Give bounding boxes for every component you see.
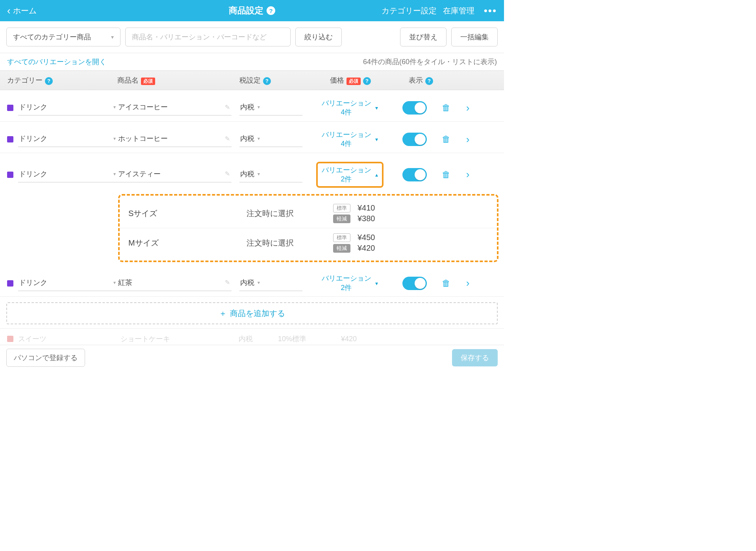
subheader: すべてのバリエーションを開く 64件の商品(60件をタイル・リストに表示) [0,53,504,70]
detail-button[interactable] [460,102,476,114]
display-toggle[interactable] [402,101,427,115]
variation-name: Mサイズ [128,238,246,248]
product-rows: ドリンク ▾ アイスコーヒー ✎ 内税 ▾ バリエーション4件 ▾ [0,90,504,349]
chevron-left-icon: ‹ [7,6,11,16]
chevron-down-icon: ▾ [113,280,116,285]
category-filter-select[interactable]: すべてのカテゴリー商品 ▾ [6,28,120,46]
pc-register-button[interactable]: パソコンで登録する [6,349,85,367]
table-row: ドリンク▾ ホットコーヒー✎ 内税▾ バリエーション4件 ▾ [0,122,504,153]
tax-standard-tag: 標準 [333,204,350,213]
category-color-swatch [7,280,13,287]
category-select[interactable]: ドリンク▾ [18,131,117,147]
more-menu-icon[interactable]: ••• [484,5,497,17]
product-name-input[interactable]: アイスティー✎ [117,167,232,183]
delete-button[interactable] [432,103,460,113]
table-row: ドリンク▾ 紅茶✎ 内税▾ バリエーション2件 ▾ [0,265,504,297]
display-toggle[interactable] [402,133,427,146]
category-select[interactable]: ドリンク▾ [18,276,117,291]
variation-toggle[interactable]: バリエーション4件 ▾ [322,99,378,117]
tax-select[interactable]: 内税▾ [239,167,302,183]
category-color-swatch [7,105,13,111]
tax-select[interactable]: 内税▾ [239,131,302,147]
trash-icon [442,170,450,180]
detail-button[interactable] [460,277,476,289]
chevron-right-icon [466,102,470,114]
required-badge: 必須 [346,78,361,85]
product-name-input[interactable]: アイスコーヒー ✎ [117,100,232,116]
search-input[interactable]: 商品名・バリエーション・バーコードなど [125,28,291,46]
variation-row: Sサイズ 注文時に選択 標準 ¥410 軽減 ¥380 [120,199,497,228]
table-row: ドリンク▾ アイスティー✎ 内税▾ バリエーション2件 ▴ [0,153,504,192]
tax-select[interactable]: 内税 ▾ [239,100,302,116]
add-product-button[interactable]: ＋ 商品を追加する [6,302,498,324]
detail-button[interactable] [460,168,476,181]
category-color-swatch [7,336,13,342]
variation-select-text: 注文時に選択 [246,208,333,219]
help-icon[interactable]: ? [45,77,53,85]
variation-select-text: 注文時に選択 [246,238,333,248]
back-label: ホーム [13,6,37,16]
chevron-down-icon: ▾ [375,280,378,287]
chevron-down-icon: ▾ [258,104,260,110]
chevron-down-icon: ▾ [258,171,260,177]
save-button[interactable]: 保存する [452,349,498,366]
help-icon[interactable]: ? [263,77,271,85]
col-category: カテゴリー? [7,76,117,85]
chevron-down-icon: ▾ [258,136,260,141]
tax-standard-tag: 標準 [333,233,350,242]
stock-management-link[interactable]: 在庫管理 [443,6,474,16]
chevron-down-icon: ▾ [258,280,260,285]
delete-button[interactable] [432,134,460,144]
trash-icon [442,103,450,113]
variation-name: Sサイズ [128,208,246,219]
bottom-bar: パソコンで登録する 保存する [0,345,504,370]
delete-button[interactable] [432,278,460,288]
edit-icon: ✎ [225,170,230,178]
chevron-right-icon [466,168,470,181]
help-icon[interactable]: ? [425,77,433,85]
category-color-swatch [7,172,13,178]
trash-icon [442,278,450,288]
help-icon[interactable]: ? [363,77,371,85]
chevron-up-icon: ▴ [375,171,378,178]
variation-row: Mサイズ 注文時に選択 標準 ¥450 軽減 ¥420 [120,228,497,257]
required-badge: 必須 [141,78,155,85]
expand-all-link[interactable]: すべてのバリエーションを開く [7,57,106,67]
category-settings-link[interactable]: カテゴリー設定 [382,6,437,16]
col-name: 商品名必須 [117,76,239,85]
price-standard: ¥410 [358,203,385,213]
display-toggle[interactable] [402,168,427,181]
chevron-down-icon: ▾ [375,136,378,143]
detail-button[interactable] [460,133,476,146]
variation-panel: Sサイズ 注文時に選択 標準 ¥410 軽減 ¥380 Mサイズ 注文時に選択 [118,194,498,262]
product-name-input[interactable]: 紅茶✎ [117,276,232,291]
variation-toggle[interactable]: バリエーション2件 ▴ [316,162,384,188]
tax-select[interactable]: 内税▾ [239,276,302,291]
variation-toggle[interactable]: バリエーション4件 ▾ [322,130,378,149]
chevron-right-icon [466,277,470,289]
edit-icon: ✎ [225,104,230,111]
category-select[interactable]: ドリンク▾ [18,167,117,183]
variation-toggle[interactable]: バリエーション2件 ▾ [322,274,378,292]
bulk-edit-button[interactable]: 一括編集 [451,28,498,46]
product-name-input[interactable]: ホットコーヒー✎ [117,131,232,147]
category-select[interactable]: ドリンク ▾ [18,100,117,116]
price-standard: ¥450 [358,233,385,242]
trash-icon [442,134,450,144]
app-header: ‹ ホーム 商品設定 ? カテゴリー設定 在庫管理 ••• [0,0,504,21]
display-toggle[interactable] [402,277,427,290]
filter-button[interactable]: 絞り込む [295,28,342,46]
sort-button[interactable]: 並び替え [400,28,447,46]
table-row: ドリンク ▾ アイスコーヒー ✎ 内税 ▾ バリエーション4件 ▾ [0,90,504,122]
toolbar: すべてのカテゴリー商品 ▾ 商品名・バリエーション・バーコードなど 絞り込む 並… [0,21,504,53]
edit-icon: ✎ [225,279,230,286]
price-reduced: ¥380 [358,214,385,223]
table-header: カテゴリー? 商品名必須 税設定? 価格必須? 表示? [0,70,504,90]
delete-button[interactable] [432,170,460,180]
chevron-right-icon [466,133,470,146]
tax-reduced-tag: 軽減 [333,244,350,253]
help-icon[interactable]: ? [267,6,275,15]
category-color-swatch [7,136,13,142]
back-button[interactable]: ‹ ホーム [7,6,37,16]
chevron-down-icon: ▾ [375,104,378,111]
